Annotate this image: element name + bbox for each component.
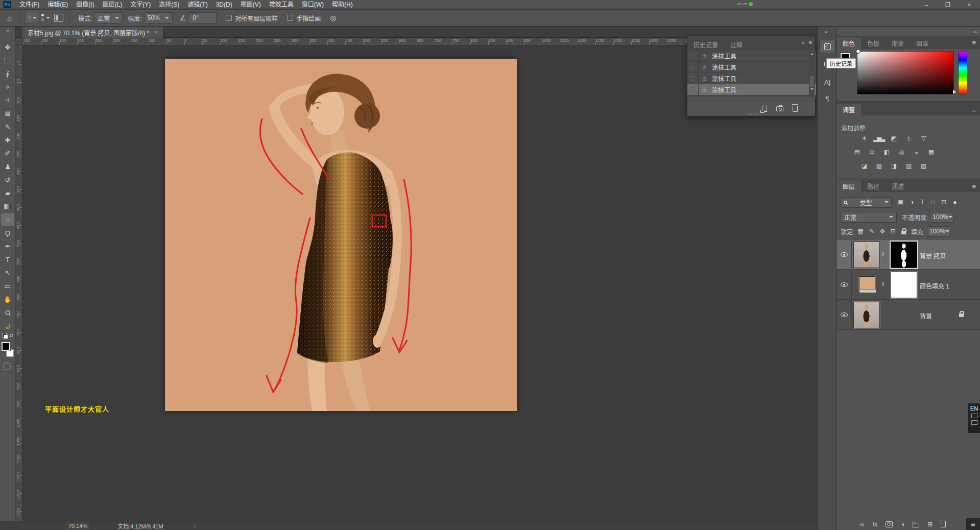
exposure-icon[interactable]: ± xyxy=(903,134,913,142)
layers-panel-tab[interactable]: 通道 xyxy=(886,180,910,192)
link-layers-icon[interactable]: ∞ xyxy=(860,521,865,528)
layer-thumbnail[interactable] xyxy=(853,302,880,328)
layer-style-icon[interactable]: fx xyxy=(873,521,877,528)
gradient-map-icon[interactable]: ▥ xyxy=(903,161,913,170)
banana-plugin-tool[interactable]: ☾ xyxy=(1,320,14,332)
filter-shape-layers-icon[interactable]: □ xyxy=(931,199,935,206)
tool-preset-picker[interactable]: ☝ xyxy=(25,12,39,24)
frame-tool[interactable]: ⊠ xyxy=(1,107,14,119)
selective-color-icon[interactable]: ▧ xyxy=(918,161,928,170)
history-brush-tool[interactable]: ↺ xyxy=(1,174,14,186)
clone-stamp-tool[interactable]: ♟ xyxy=(1,160,14,173)
layer-name[interactable]: 背景 拷贝 xyxy=(920,251,946,260)
new-adjustment-layer-icon[interactable]: ◑ xyxy=(901,521,904,528)
delete-state-icon[interactable] xyxy=(793,106,798,112)
lock-transparency-icon[interactable]: ▦ xyxy=(857,228,863,235)
fill-input[interactable]: 100% xyxy=(927,226,950,237)
mode-select[interactable]: 正常 xyxy=(94,12,123,23)
home-icon[interactable]: ⌂ xyxy=(7,14,12,22)
brush-tool[interactable]: ✐ xyxy=(1,147,14,159)
sample-all-layers-checkbox[interactable]: 对所有图层取样 xyxy=(226,14,278,22)
filter-pixel-layers-icon[interactable]: ▣ xyxy=(898,199,903,206)
close-tab-icon[interactable]: × xyxy=(154,29,157,35)
history-source-well[interactable] xyxy=(687,73,699,84)
new-document-from-state-icon[interactable] xyxy=(762,106,767,112)
layers-panel-menu-icon[interactable]: ≡ xyxy=(972,183,976,190)
layer-mask-thumbnail[interactable] xyxy=(891,272,917,298)
move-tool[interactable]: ✥ xyxy=(1,41,14,53)
brush-settings-panel-toggle[interactable] xyxy=(54,14,63,22)
layer-thumbnail[interactable] xyxy=(859,276,875,290)
saturation-brightness-field[interactable] xyxy=(857,51,954,94)
color-balance-icon[interactable]: ⚖ xyxy=(867,148,876,156)
layers-panel-tab[interactable]: 图层 xyxy=(836,180,861,192)
angle-input[interactable]: 0° xyxy=(188,12,217,23)
layers-panel-tab[interactable]: 路径 xyxy=(861,180,886,192)
history-scrollbar[interactable] xyxy=(809,52,815,97)
filter-smart-objects-icon[interactable]: ⊡ xyxy=(941,199,946,206)
color-panel-tab[interactable]: 颜色 xyxy=(836,37,861,49)
menu-item[interactable]: 增效工具 xyxy=(265,0,298,9)
foreground-color-swatch[interactable] xyxy=(2,342,10,351)
history-source-well[interactable] xyxy=(687,84,699,95)
channel-mixer-icon[interactable]: ◒ xyxy=(911,148,921,156)
finger-painting-checkbox[interactable]: 手指绘画 xyxy=(287,14,321,22)
levels-icon[interactable]: ▂▅▃ xyxy=(874,134,883,142)
panel-expand-icon[interactable]: » xyxy=(801,39,804,45)
pen-tool[interactable]: ✒ xyxy=(1,240,14,252)
history-source-well[interactable] xyxy=(687,62,699,73)
smudge-tool[interactable]: ☝ xyxy=(1,213,14,226)
blend-mode-select[interactable]: 正常 xyxy=(841,212,897,223)
layer-filter-toggle[interactable]: ● xyxy=(953,199,957,206)
颜色填充 1[interactable]: ∞ 颜色填充 1 xyxy=(836,270,980,300)
panel-menu-icon[interactable]: ≡ xyxy=(809,39,812,45)
history-state-row[interactable]: ☝ 涂抹工具 xyxy=(687,73,816,84)
default-colors-icon[interactable] xyxy=(2,333,7,338)
hue-slider-handle[interactable] xyxy=(953,90,956,94)
filter-type-layers-icon[interactable]: T xyxy=(921,199,924,206)
layer-thumbnail[interactable] xyxy=(853,242,880,268)
invert-icon[interactable]: ◪ xyxy=(859,161,869,170)
taskbar-menu-icon[interactable]: ≡ xyxy=(966,518,980,530)
panel-resize-grip[interactable] xyxy=(747,113,758,115)
opacity-input[interactable]: 100% xyxy=(930,212,953,223)
paragraph-panel-icon[interactable]: ¶ xyxy=(819,92,835,105)
keyboard-icon[interactable] xyxy=(971,414,977,418)
menu-item[interactable]: 视图(V) xyxy=(236,0,265,9)
layer-visibility-cell[interactable] xyxy=(836,270,852,300)
new-snapshot-icon[interactable] xyxy=(776,106,783,111)
healing-brush-tool[interactable]: ✚ xyxy=(1,134,14,146)
背景 拷贝[interactable]: ∞ 背景 拷贝 xyxy=(836,240,980,270)
history-state-row[interactable]: ☝ 涂抹工具 xyxy=(687,62,816,73)
filter-adjustment-layers-icon[interactable]: ◑ xyxy=(910,199,914,206)
eyedropper-tool[interactable]: ✎ xyxy=(1,121,14,133)
layer-name[interactable]: 颜色填充 1 xyxy=(920,281,949,290)
layer-mask-thumbnail[interactable] xyxy=(891,242,917,268)
black-white-icon[interactable]: ◧ xyxy=(881,148,891,156)
scroll-up-icon[interactable] xyxy=(810,53,814,55)
swap-colors-icon[interactable]: ⇄ xyxy=(9,333,13,338)
type-tool[interactable]: T xyxy=(1,253,14,266)
new-group-icon[interactable] xyxy=(913,521,919,527)
menu-item[interactable]: 帮助(H) xyxy=(328,0,357,9)
scrollbar-thumb[interactable] xyxy=(810,76,814,87)
menu-item[interactable]: 文件(F) xyxy=(15,0,43,9)
mask-link-icon[interactable]: ∞ xyxy=(880,282,886,286)
saturation-picker-handle[interactable] xyxy=(856,49,861,54)
character-panel-icon[interactable]: A| xyxy=(819,76,835,89)
scroll-down-icon[interactable] xyxy=(810,88,814,90)
layer-filter-type-select[interactable]: 类型 xyxy=(841,197,892,208)
curves-icon[interactable]: ◩ xyxy=(889,134,898,142)
lock-all-icon[interactable] xyxy=(901,231,906,234)
menu-item[interactable]: 窗口(W) xyxy=(298,0,328,9)
eraser-tool[interactable]: ▰ xyxy=(1,187,14,199)
history-state-row[interactable]: ☝ 涂抹工具 xyxy=(687,51,816,62)
brush-size-picker[interactable]: 5 xyxy=(39,14,52,22)
history-panel-tab[interactable]: 注释 xyxy=(724,38,749,51)
restore-button[interactable]: ❒ xyxy=(937,0,959,9)
adjustments-panel-tab[interactable]: 调整 xyxy=(836,104,861,115)
brightness-contrast-icon[interactable]: ☀ xyxy=(859,134,869,142)
menu-item[interactable]: 图像(I) xyxy=(72,0,98,9)
photo-filter-icon[interactable]: ◎ xyxy=(896,148,906,156)
color-panel-tab[interactable]: 图案 xyxy=(910,37,935,49)
